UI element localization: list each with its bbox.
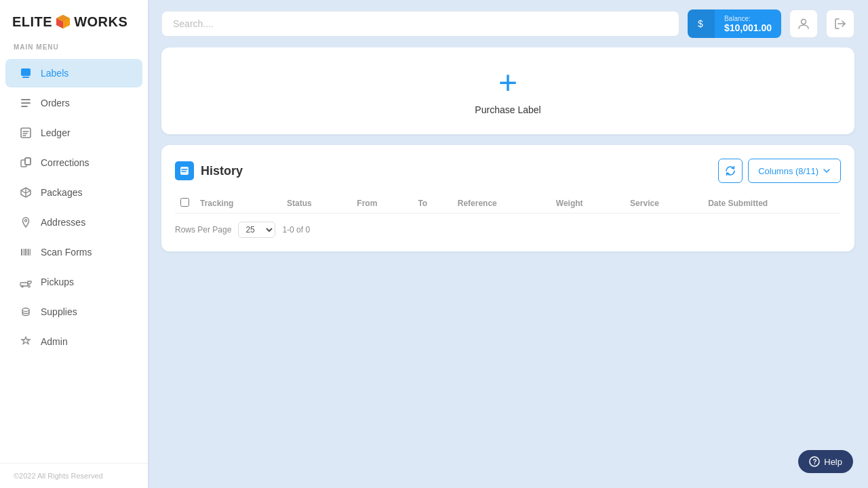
sidebar-item-addresses[interactable]: Addresses — [5, 208, 142, 237]
th-checkbox — [175, 194, 195, 214]
svg-rect-17 — [30, 249, 31, 256]
corrections-icon — [19, 156, 33, 169]
balance-button[interactable]: $ Balance: $10,001.00 — [688, 9, 781, 38]
history-card: History Columns (8/11) — [161, 145, 854, 251]
sidebar-item-corrections[interactable]: Corrections — [5, 148, 142, 177]
balance-text-area: Balance: $10,001.00 — [715, 15, 781, 33]
search-input[interactable] — [161, 11, 679, 37]
sidebar: ELITE WORKS MAIN MENU Labels — [0, 0, 148, 488]
svg-rect-5 — [21, 68, 31, 76]
sidebar-item-addresses-label: Addresses — [41, 217, 85, 228]
sidebar-item-admin[interactable]: Admin — [5, 327, 142, 356]
help-button[interactable]: ? Help — [798, 450, 853, 473]
columns-button[interactable]: Columns (8/11) — [748, 159, 841, 183]
svg-text:$: $ — [698, 18, 703, 29]
logo-area: ELITE WORKS — [0, 0, 148, 38]
svg-rect-12 — [21, 249, 22, 256]
supplies-icon — [19, 305, 33, 319]
th-reference: Reference — [452, 194, 551, 214]
rows-per-page-select[interactable]: 25 50 100 — [238, 222, 275, 238]
select-all-checkbox[interactable] — [180, 198, 189, 207]
history-doc-icon — [175, 161, 194, 180]
chevron-down-icon — [823, 167, 831, 175]
rows-per-page-label: Rows Per Page — [175, 225, 231, 235]
sidebar-item-pickups[interactable]: Pickups — [5, 268, 142, 296]
sidebar-item-packages[interactable]: Packages — [5, 178, 142, 207]
sidebar-item-scan-forms[interactable]: Scan Forms — [5, 238, 142, 266]
orders-icon — [19, 96, 33, 110]
ledger-icon — [19, 126, 33, 140]
history-actions: Columns (8/11) — [718, 159, 841, 183]
th-tracking: Tracking — [195, 194, 281, 214]
sidebar-item-supplies-label: Supplies — [41, 306, 77, 317]
content-area: + Purchase Label History — [148, 47, 868, 488]
svg-point-11 — [25, 220, 27, 222]
svg-rect-14 — [25, 249, 26, 256]
pagination-info: 1-0 of 0 — [282, 225, 310, 235]
sidebar-item-corrections-label: Corrections — [41, 157, 90, 168]
plus-icon: + — [498, 66, 517, 99]
scan-forms-icon — [19, 245, 33, 259]
sidebar-item-labels[interactable]: Labels — [5, 59, 142, 87]
sidebar-item-ledger-label: Ledger — [41, 127, 71, 138]
svg-point-23 — [802, 20, 806, 24]
th-to: To — [412, 194, 452, 214]
labels-icon — [19, 66, 33, 80]
logout-icon-button[interactable] — [826, 9, 854, 38]
svg-rect-6 — [22, 77, 29, 78]
sidebar-item-orders-label: Orders — [41, 98, 70, 108]
sidebar-item-scan-forms-label: Scan Forms — [41, 247, 92, 258]
th-weight: Weight — [551, 194, 625, 214]
logo-text-after: WORKS — [74, 14, 127, 30]
svg-rect-9 — [25, 158, 31, 165]
history-table: Tracking Status From To Reference Weight… — [175, 194, 841, 214]
th-service: Service — [625, 194, 703, 214]
sidebar-item-packages-label: Packages — [41, 187, 82, 198]
svg-point-21 — [22, 308, 29, 312]
nav-items: Labels Orders Ledger — [0, 55, 148, 463]
columns-btn-label: Columns (8/11) — [758, 166, 818, 176]
history-title-group: History — [175, 161, 243, 180]
svg-rect-16 — [28, 249, 30, 256]
help-icon: ? — [809, 456, 820, 467]
sidebar-item-supplies[interactable]: Supplies — [5, 298, 142, 326]
svg-text:?: ? — [813, 458, 817, 466]
refresh-icon — [725, 165, 736, 176]
main-menu-label: MAIN MENU — [0, 38, 148, 55]
search-bar — [161, 11, 679, 37]
svg-rect-13 — [24, 249, 24, 256]
sidebar-item-pickups-label: Pickups — [41, 277, 74, 287]
admin-icon — [19, 335, 33, 348]
history-header: History Columns (8/11) — [175, 159, 841, 183]
main-content: $ Balance: $10,001.00 + — [148, 0, 868, 488]
addresses-icon — [19, 216, 33, 229]
pickups-icon — [19, 275, 33, 289]
user-icon — [797, 17, 810, 30]
sidebar-footer: ©2022 All Rights Reserved — [0, 463, 148, 488]
table-footer: Rows Per Page 25 50 100 1-0 of 0 — [175, 222, 841, 238]
svg-rect-15 — [27, 249, 28, 256]
th-status: Status — [281, 194, 351, 214]
purchase-label-text: Purchase Label — [475, 104, 540, 115]
purchase-label-card[interactable]: + Purchase Label — [161, 47, 854, 134]
user-icon-button[interactable] — [789, 9, 818, 38]
balance-amount: $10,001.00 — [724, 22, 772, 33]
sidebar-item-orders[interactable]: Orders — [5, 89, 142, 117]
sidebar-item-ledger[interactable]: Ledger — [5, 119, 142, 147]
help-label: Help — [824, 457, 842, 467]
sidebar-item-admin-label: Admin — [41, 336, 68, 347]
sidebar-item-labels-label: Labels — [41, 68, 68, 79]
th-date-submitted: Date Submitted — [703, 194, 841, 214]
th-from: From — [351, 194, 412, 214]
svg-rect-7 — [21, 128, 31, 138]
refresh-button[interactable] — [718, 159, 743, 183]
logout-icon — [833, 17, 847, 30]
svg-point-20 — [28, 285, 31, 287]
history-title: History — [201, 164, 243, 178]
header: $ Balance: $10,001.00 — [148, 0, 868, 47]
balance-label: Balance: — [724, 15, 751, 22]
balance-dollar-icon: $ — [688, 9, 715, 38]
svg-rect-24 — [180, 167, 189, 175]
logo-text-before: ELITE — [12, 14, 52, 30]
logo-cube-icon — [54, 12, 73, 31]
